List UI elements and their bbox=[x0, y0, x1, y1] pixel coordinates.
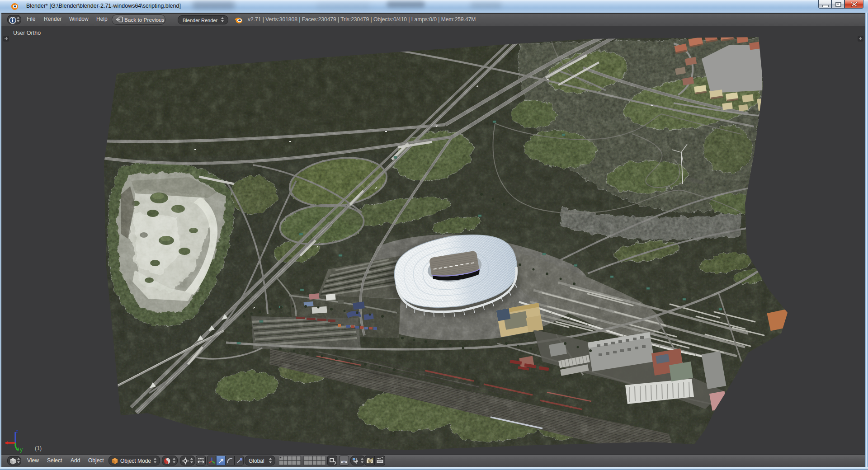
svg-text:z: z bbox=[16, 428, 19, 434]
svg-text:y: y bbox=[20, 446, 23, 453]
